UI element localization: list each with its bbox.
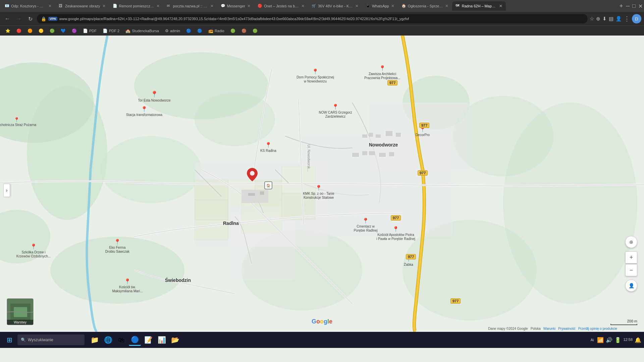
tab-close-icon[interactable]: ✕: [445, 4, 448, 8]
tab-tab4[interactable]: ✉ poczta.nazwa.pl :: Odbr... ✕: [163, 1, 217, 11]
system-clock[interactable]: 12:58: [623, 337, 633, 342]
url-text: www.google.pl/maps/place/Radlna+62H,+33-…: [59, 17, 584, 21]
tab-favicon: 🛒: [312, 4, 316, 8]
tab-tab8[interactable]: 📱 WhatsApp ✕: [362, 1, 398, 11]
poi-now-cars[interactable]: 📍 NOW CARS GrzegorzZardzielewicz: [319, 104, 352, 119]
poi-zawisza[interactable]: 📍 Zawisza ArchitekciPracownia Projektowa…: [364, 65, 400, 80]
bookmark-item-14[interactable]: 🟢: [228, 28, 238, 34]
terms-link[interactable]: Warunki: [543, 327, 555, 330]
country-text: Polska: [531, 327, 541, 330]
svg-point-4: [101, 136, 201, 203]
tab-close-icon[interactable]: ✕: [156, 4, 160, 8]
bookmark-item-0[interactable]: ⭐: [3, 28, 13, 34]
bookmark-item-7[interactable]: 📄PDF: [80, 28, 99, 34]
poi-kmk[interactable]: 📍 KMK Sp. z oo - TanieKonstrukcje Stalow…: [303, 185, 334, 200]
bookmark-item-9[interactable]: 🏫StudenckaBursa: [123, 28, 162, 34]
tab-close-icon[interactable]: ✕: [301, 4, 305, 8]
taskbar-other[interactable]: 📂: [169, 334, 181, 346]
reload-button[interactable]: ↻: [25, 14, 35, 23]
user-avatar[interactable]: D: [632, 14, 641, 23]
sidebar-icon[interactable]: ▤: [609, 16, 613, 22]
tab-tab5[interactable]: 💬 Messenger ✕: [217, 1, 254, 11]
privacy-link[interactable]: Prywatność: [558, 327, 576, 330]
feedback-link[interactable]: Prześlij opinię o produkcie: [578, 327, 617, 330]
building-marker[interactable]: 🏠: [264, 181, 272, 189]
bookmark-item-8[interactable]: 📄PDF 2: [100, 28, 122, 34]
tab-close-icon[interactable]: ✕: [247, 4, 251, 8]
bookmark-star-icon[interactable]: ☆: [590, 16, 594, 22]
zoom-in-button[interactable]: +: [625, 251, 637, 263]
zoom-out-button[interactable]: −: [625, 264, 637, 276]
secure-icon: 🔒: [41, 16, 46, 21]
expand-panel-button[interactable]: ›: [3, 184, 10, 197]
bookmark-item-10[interactable]: ⚙admin: [162, 28, 183, 34]
poi-cmentarz[interactable]: 📍 Cmentarz wPorębie Radlnej: [354, 218, 377, 233]
tab-label: Zeskanowane obrazy: [65, 4, 100, 8]
bookmark-item-4[interactable]: 🟢: [47, 28, 57, 34]
bookmark-item-11[interactable]: 🔵: [183, 28, 194, 34]
tab-tab3[interactable]: 📄 Remont pomieszczeń.pdf ✕: [109, 1, 163, 11]
taskbar-word[interactable]: 📝: [142, 334, 154, 346]
poi-ks-radlna[interactable]: 📍 KS Radlna: [260, 142, 276, 153]
url-input[interactable]: 🔒 VPN www.google.pl/maps/place/Radlna+62…: [37, 14, 588, 23]
bookmark-item-1[interactable]: 🔴: [14, 28, 24, 34]
bookmark-item-15[interactable]: 🟤: [239, 28, 249, 34]
profile-icon[interactable]: 👤: [615, 16, 622, 22]
taskbar-edge[interactable]: 🌐: [102, 334, 114, 346]
volume-icon[interactable]: 🔊: [606, 337, 612, 343]
tab-close-icon[interactable]: ✕: [210, 4, 214, 8]
download-icon[interactable]: ⬇: [602, 16, 607, 22]
poi-eko-ferma[interactable]: 📍 Eko FermaDrobiu Sawczak: [105, 239, 129, 254]
lang-badge[interactable]: Ai: [589, 337, 595, 343]
poi-stacja[interactable]: 📍 Stacja transformatorowa: [126, 106, 162, 117]
poi-kosciol-apostolow[interactable]: 📍 Kościół Apostołów Piotrai Pawła w Porę…: [376, 226, 415, 241]
bookmark-item-6[interactable]: 🟣: [69, 28, 79, 34]
scale-bar: 200 m: [610, 319, 637, 325]
minimap[interactable]: Warstwy: [7, 298, 34, 325]
maximize-button[interactable]: □: [632, 3, 636, 9]
tab-label: Onet – Jesteś na bieżąco: [264, 4, 299, 8]
back-button[interactable]: ←: [3, 14, 12, 23]
network-icon[interactable]: 📶: [597, 337, 604, 343]
main-location-marker[interactable]: [247, 168, 258, 182]
tab-tab7[interactable]: 🛒 36V 48V e-bike - Kup 36V... ✕: [308, 1, 362, 11]
tab-close-icon[interactable]: ✕: [102, 4, 106, 8]
map-container[interactable]: Nowodworze Radlna Świebodzin Ul. Nowodwo…: [0, 36, 644, 332]
bookmark-item-12[interactable]: 🔵: [195, 28, 205, 34]
tab-close-icon[interactable]: ✕: [391, 4, 394, 8]
settings-icon[interactable]: ⋮: [624, 15, 630, 22]
tab-close-icon[interactable]: ✕: [48, 4, 52, 8]
taskbar-excel[interactable]: 📊: [156, 334, 168, 346]
poi-dom-pomocy[interactable]: 📍 Dom Pomocy Społecznejw Nowodworzu: [297, 68, 334, 83]
poi-szkolka[interactable]: 📍 Szkółka Drzew iKrzewów Ozdobnych...: [16, 243, 51, 258]
my-location-button[interactable]: ⊕: [625, 236, 637, 248]
new-tab-button[interactable]: +: [616, 1, 626, 11]
bookmark-item-13[interactable]: 📻Radio: [206, 28, 227, 34]
tab-tab10[interactable]: 🗺 Radna 62H – Mapy Goo... ✕: [452, 1, 506, 11]
forward-button[interactable]: →: [14, 14, 23, 23]
street-view-button[interactable]: 👤: [625, 280, 637, 292]
notification-icon[interactable]: 🔔: [635, 337, 641, 343]
battery-icon[interactable]: 🔋: [614, 337, 621, 343]
poi-tor-esta[interactable]: 📍 Tor Esta Nowodworze: [138, 90, 170, 103]
bookmark-item-3[interactable]: 🟡: [36, 28, 46, 34]
bookmark-item-5[interactable]: 💙: [58, 28, 68, 34]
close-button[interactable]: ✕: [638, 3, 643, 9]
screenshare-icon[interactable]: ⊕: [596, 16, 600, 22]
taskbar-search[interactable]: 🔍 Wyszukiwanie: [17, 335, 85, 345]
poi-straz[interactable]: 📍 Ochotnicza Straż Pożarna: [0, 117, 36, 127]
taskbar-file-explorer[interactable]: 📁: [89, 334, 101, 346]
bookmark-item-16[interactable]: 🟢: [250, 28, 260, 34]
tab-tab1[interactable]: 📧 Odp: Kosztorys - WP Poc... ✕: [1, 1, 55, 11]
tab-tab6[interactable]: 🔴 Onet – Jesteś na bieżąco ✕: [254, 1, 308, 11]
poi-kosciol-sw[interactable]: 📍 Kościół św.Maksymiliana Mari...: [112, 278, 143, 293]
tab-tab2[interactable]: 🖼 Zeskanowane obrazy ✕: [55, 1, 109, 11]
taskbar-chrome[interactable]: 🔵: [129, 334, 141, 346]
bookmark-item-2[interactable]: 🟠: [25, 28, 35, 34]
start-button[interactable]: ⊞: [3, 333, 16, 347]
tab-tab9[interactable]: 🏠 Ogłoszenia - Sprzedaj, k... ✕: [398, 1, 452, 11]
tab-close-icon[interactable]: ✕: [355, 4, 359, 8]
taskbar-store[interactable]: 🛍: [115, 334, 127, 346]
tab-close-icon[interactable]: ✕: [499, 4, 502, 8]
minimize-button[interactable]: ─: [626, 3, 630, 9]
